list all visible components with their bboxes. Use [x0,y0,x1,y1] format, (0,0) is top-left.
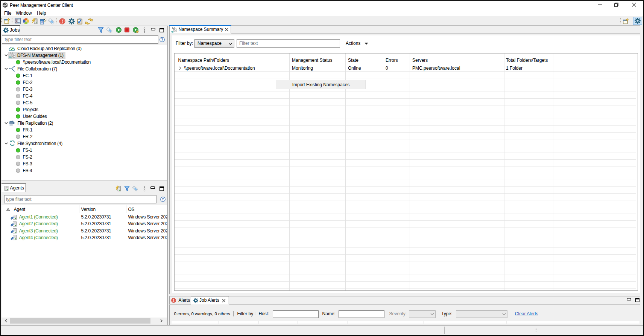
svg-text:?: ? [162,197,164,201]
svg-text:12: 12 [40,20,43,24]
svg-text:?: ? [161,37,163,41]
